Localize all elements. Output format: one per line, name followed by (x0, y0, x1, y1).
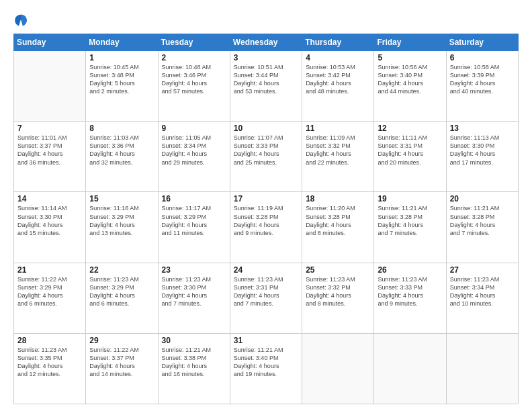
day-info: Sunrise: 11:21 AM Sunset: 3:28 PM Daylig… (378, 204, 442, 237)
day-number: 11 (306, 124, 370, 133)
calendar-cell (374, 333, 446, 404)
calendar-cell: 23Sunrise: 11:23 AM Sunset: 3:30 PM Dayl… (158, 263, 230, 333)
calendar-week-row: 1Sunrise: 10:45 AM Sunset: 3:48 PM Dayli… (14, 51, 519, 122)
day-info: Sunrise: 11:01 AM Sunset: 3:37 PM Daylig… (17, 134, 82, 167)
day-info: Sunrise: 10:51 AM Sunset: 3:44 PM Daylig… (234, 63, 298, 96)
day-number: 7 (17, 124, 82, 133)
day-info: Sunrise: 10:58 AM Sunset: 3:39 PM Daylig… (450, 63, 515, 96)
calendar-cell: 21Sunrise: 11:22 AM Sunset: 3:29 PM Dayl… (14, 263, 86, 333)
calendar-week-row: 7Sunrise: 11:01 AM Sunset: 3:37 PM Dayli… (14, 122, 519, 192)
day-number: 3 (234, 53, 298, 62)
weekday-header: Wednesday (230, 34, 302, 51)
day-number: 16 (162, 194, 226, 203)
calendar-cell (302, 333, 374, 404)
day-number: 21 (17, 265, 82, 275)
calendar-cell: 24Sunrise: 11:23 AM Sunset: 3:31 PM Dayl… (230, 263, 302, 333)
calendar-cell: 9Sunrise: 11:05 AM Sunset: 3:34 PM Dayli… (158, 122, 230, 192)
day-number: 26 (378, 265, 442, 275)
day-info: Sunrise: 10:45 AM Sunset: 3:48 PM Daylig… (89, 63, 154, 96)
day-info: Sunrise: 11:09 AM Sunset: 3:32 PM Daylig… (306, 134, 370, 167)
calendar-cell: 3Sunrise: 10:51 AM Sunset: 3:44 PM Dayli… (230, 51, 302, 122)
calendar-cell: 11Sunrise: 11:09 AM Sunset: 3:32 PM Dayl… (302, 122, 374, 192)
weekday-header: Friday (374, 34, 446, 51)
day-info: Sunrise: 10:56 AM Sunset: 3:40 PM Daylig… (378, 63, 442, 96)
calendar-cell: 17Sunrise: 11:19 AM Sunset: 3:28 PM Dayl… (230, 192, 302, 263)
calendar-cell: 16Sunrise: 11:17 AM Sunset: 3:29 PM Dayl… (158, 192, 230, 263)
calendar-cell: 18Sunrise: 11:20 AM Sunset: 3:28 PM Dayl… (302, 192, 374, 263)
weekday-header: Monday (86, 34, 158, 51)
day-number: 18 (306, 194, 370, 203)
calendar-cell: 27Sunrise: 11:23 AM Sunset: 3:34 PM Dayl… (446, 263, 518, 333)
day-info: Sunrise: 11:14 AM Sunset: 3:30 PM Daylig… (17, 204, 82, 237)
calendar-cell: 4Sunrise: 10:53 AM Sunset: 3:42 PM Dayli… (302, 51, 374, 122)
day-number: 14 (17, 194, 82, 203)
day-info: Sunrise: 11:23 AM Sunset: 3:35 PM Daylig… (17, 346, 82, 379)
day-number: 31 (234, 336, 298, 345)
day-info: Sunrise: 11:23 AM Sunset: 3:30 PM Daylig… (162, 275, 226, 308)
day-number: 25 (306, 265, 370, 275)
calendar-cell: 10Sunrise: 11:07 AM Sunset: 3:33 PM Dayl… (230, 122, 302, 192)
calendar-week-row: 21Sunrise: 11:22 AM Sunset: 3:29 PM Dayl… (14, 263, 519, 333)
day-number: 29 (89, 336, 154, 345)
day-number: 2 (162, 53, 226, 62)
day-info: Sunrise: 11:05 AM Sunset: 3:34 PM Daylig… (162, 134, 226, 167)
day-info: Sunrise: 11:21 AM Sunset: 3:38 PM Daylig… (162, 346, 226, 379)
day-info: Sunrise: 11:03 AM Sunset: 3:36 PM Daylig… (89, 134, 154, 167)
day-info: Sunrise: 11:13 AM Sunset: 3:30 PM Daylig… (450, 134, 515, 167)
calendar-cell: 8Sunrise: 11:03 AM Sunset: 3:36 PM Dayli… (86, 122, 158, 192)
calendar-cell: 25Sunrise: 11:23 AM Sunset: 3:32 PM Dayl… (302, 263, 374, 333)
weekday-header: Tuesday (158, 34, 230, 51)
calendar-cell: 1Sunrise: 10:45 AM Sunset: 3:48 PM Dayli… (86, 51, 158, 122)
day-info: Sunrise: 11:20 AM Sunset: 3:28 PM Daylig… (306, 204, 370, 237)
day-info: Sunrise: 11:22 AM Sunset: 3:29 PM Daylig… (17, 275, 82, 308)
day-number: 30 (162, 336, 226, 345)
day-number: 15 (89, 194, 154, 203)
day-number: 10 (234, 124, 298, 133)
calendar-cell: 31Sunrise: 11:21 AM Sunset: 3:40 PM Dayl… (230, 333, 302, 404)
weekday-header: Sunday (14, 34, 86, 51)
calendar-cell: 22Sunrise: 11:23 AM Sunset: 3:29 PM Dayl… (86, 263, 158, 333)
weekday-header: Saturday (446, 34, 518, 51)
day-info: Sunrise: 11:16 AM Sunset: 3:29 PM Daylig… (89, 204, 154, 237)
calendar-cell: 13Sunrise: 11:13 AM Sunset: 3:30 PM Dayl… (446, 122, 518, 192)
calendar-week-row: 28Sunrise: 11:23 AM Sunset: 3:35 PM Dayl… (14, 333, 519, 404)
calendar-cell: 14Sunrise: 11:14 AM Sunset: 3:30 PM Dayl… (14, 192, 86, 263)
day-info: Sunrise: 11:17 AM Sunset: 3:29 PM Daylig… (162, 204, 226, 237)
day-info: Sunrise: 11:11 AM Sunset: 3:31 PM Daylig… (378, 134, 442, 167)
calendar-table: SundayMondayTuesdayWednesdayThursdayFrid… (13, 34, 519, 404)
calendar-week-row: 14Sunrise: 11:14 AM Sunset: 3:30 PM Dayl… (14, 192, 519, 263)
header (13, 12, 519, 27)
day-number: 22 (89, 265, 154, 275)
calendar-cell: 5Sunrise: 10:56 AM Sunset: 3:40 PM Dayli… (374, 51, 446, 122)
day-info: Sunrise: 11:23 AM Sunset: 3:32 PM Daylig… (306, 275, 370, 308)
day-info: Sunrise: 10:48 AM Sunset: 3:46 PM Daylig… (162, 63, 226, 96)
logo (13, 12, 31, 27)
calendar-cell: 26Sunrise: 11:23 AM Sunset: 3:33 PM Dayl… (374, 263, 446, 333)
day-number: 20 (450, 194, 515, 203)
day-number: 28 (17, 336, 82, 345)
day-number: 24 (234, 265, 298, 275)
day-number: 23 (162, 265, 226, 275)
calendar-cell: 6Sunrise: 10:58 AM Sunset: 3:39 PM Dayli… (446, 51, 518, 122)
day-info: Sunrise: 11:23 AM Sunset: 3:34 PM Daylig… (450, 275, 515, 308)
weekday-header: Thursday (302, 34, 374, 51)
calendar-cell: 30Sunrise: 11:21 AM Sunset: 3:38 PM Dayl… (158, 333, 230, 404)
day-number: 1 (89, 53, 154, 62)
calendar-cell (14, 51, 86, 122)
logo-icon (13, 12, 28, 27)
calendar-cell: 15Sunrise: 11:16 AM Sunset: 3:29 PM Dayl… (86, 192, 158, 263)
day-info: Sunrise: 11:21 AM Sunset: 3:28 PM Daylig… (450, 204, 515, 237)
day-number: 6 (450, 53, 515, 62)
day-info: Sunrise: 11:07 AM Sunset: 3:33 PM Daylig… (234, 134, 298, 167)
day-info: Sunrise: 11:23 AM Sunset: 3:29 PM Daylig… (89, 275, 154, 308)
calendar-cell: 7Sunrise: 11:01 AM Sunset: 3:37 PM Dayli… (14, 122, 86, 192)
day-info: Sunrise: 11:22 AM Sunset: 3:37 PM Daylig… (89, 346, 154, 379)
calendar-cell: 2Sunrise: 10:48 AM Sunset: 3:46 PM Dayli… (158, 51, 230, 122)
day-info: Sunrise: 10:53 AM Sunset: 3:42 PM Daylig… (306, 63, 370, 96)
weekday-header-row: SundayMondayTuesdayWednesdayThursdayFrid… (14, 34, 519, 51)
calendar-cell: 20Sunrise: 11:21 AM Sunset: 3:28 PM Dayl… (446, 192, 518, 263)
day-info: Sunrise: 11:23 AM Sunset: 3:33 PM Daylig… (378, 275, 442, 308)
day-number: 27 (450, 265, 515, 275)
day-info: Sunrise: 11:21 AM Sunset: 3:40 PM Daylig… (234, 346, 298, 379)
day-info: Sunrise: 11:23 AM Sunset: 3:31 PM Daylig… (234, 275, 298, 308)
